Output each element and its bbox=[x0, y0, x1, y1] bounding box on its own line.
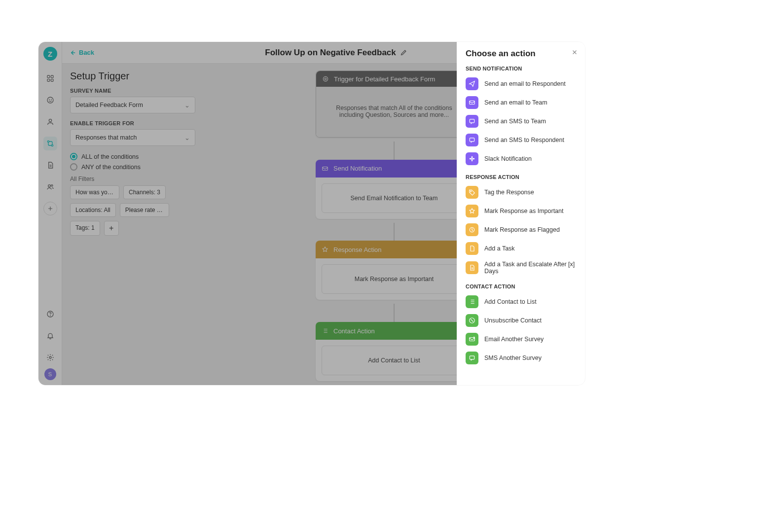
smssurvey-icon bbox=[466, 352, 478, 364]
action-option-label: Send an SMS to Team bbox=[484, 118, 546, 125]
svg-rect-28 bbox=[470, 356, 474, 359]
modal-backdrop[interactable] bbox=[38, 42, 457, 385]
action-option-label: Send an SMS to Respondent bbox=[484, 137, 564, 143]
action-option-label: Email Another Survey bbox=[484, 336, 544, 343]
action-option[interactable]: Unsubscribe Contact bbox=[466, 312, 576, 329]
svg-point-25 bbox=[471, 191, 472, 192]
close-drawer-button[interactable] bbox=[571, 49, 578, 56]
svg-rect-21 bbox=[472, 156, 473, 159]
app-window: Z bbox=[38, 42, 585, 385]
svg-rect-20 bbox=[470, 138, 474, 142]
action-option-label: Send an email to Respondent bbox=[484, 80, 566, 87]
list-icon bbox=[466, 295, 478, 308]
flag-icon bbox=[466, 223, 478, 236]
svg-rect-23 bbox=[472, 159, 473, 162]
escalate-icon bbox=[466, 261, 478, 274]
task-icon bbox=[466, 242, 478, 255]
sms-icon bbox=[466, 115, 478, 128]
action-option-label: Send an email to Team bbox=[484, 99, 547, 106]
action-option-label: Add a Task bbox=[484, 245, 515, 252]
action-option[interactable]: Add Contact to List bbox=[466, 293, 576, 310]
sms-icon bbox=[466, 134, 478, 146]
send-icon bbox=[466, 77, 478, 90]
tag-icon bbox=[466, 186, 478, 199]
action-option-label: SMS Another Survey bbox=[484, 355, 542, 361]
action-option[interactable]: Mark Response as Important bbox=[466, 203, 576, 219]
drawer-section-label: CONTACT ACTION bbox=[466, 284, 576, 289]
action-option-label: Slack Notification bbox=[484, 155, 532, 162]
unsub-icon bbox=[466, 314, 478, 327]
svg-rect-24 bbox=[473, 158, 475, 159]
action-option[interactable]: Add a Task and Escalate After [x] Days bbox=[466, 259, 576, 277]
svg-rect-19 bbox=[470, 119, 474, 123]
action-option-label: Tag the Response bbox=[484, 189, 534, 196]
svg-rect-22 bbox=[470, 158, 472, 159]
drawer-section-label: RESPONSE ACTION bbox=[466, 174, 576, 180]
drawer-title: Choose an action bbox=[466, 49, 576, 59]
action-option[interactable]: Send an SMS to Team bbox=[466, 113, 576, 130]
action-option[interactable]: SMS Another Survey bbox=[466, 350, 576, 366]
action-option-label: Add a Task and Escalate After [x] Days bbox=[484, 261, 576, 275]
svg-rect-18 bbox=[470, 101, 475, 105]
action-option[interactable]: Mark Response as Flagged bbox=[466, 221, 576, 238]
action-option[interactable]: Send an email to Respondent bbox=[466, 75, 576, 92]
action-option-label: Mark Response as Flagged bbox=[484, 226, 560, 233]
action-option[interactable]: Slack Notification bbox=[466, 150, 576, 167]
emailsurvey-icon bbox=[466, 333, 478, 346]
action-option-label: Add Contact to List bbox=[484, 298, 537, 305]
close-icon bbox=[571, 49, 578, 56]
action-option-label: Unsubscribe Contact bbox=[484, 317, 542, 324]
action-option[interactable]: Add a Task bbox=[466, 240, 576, 257]
choose-action-drawer: Choose an action SEND NOTIFICATIONSend a… bbox=[457, 42, 585, 385]
action-option[interactable]: Email Another Survey bbox=[466, 331, 576, 348]
mail-icon bbox=[466, 96, 478, 109]
action-option[interactable]: Send an SMS to Respondent bbox=[466, 132, 576, 148]
star-icon bbox=[466, 205, 478, 217]
action-option[interactable]: Tag the Response bbox=[466, 184, 576, 201]
slack-icon bbox=[466, 152, 478, 165]
action-option-label: Mark Response as Important bbox=[484, 208, 564, 214]
action-option[interactable]: Send an email to Team bbox=[466, 94, 576, 111]
drawer-section-label: SEND NOTIFICATION bbox=[466, 66, 576, 71]
